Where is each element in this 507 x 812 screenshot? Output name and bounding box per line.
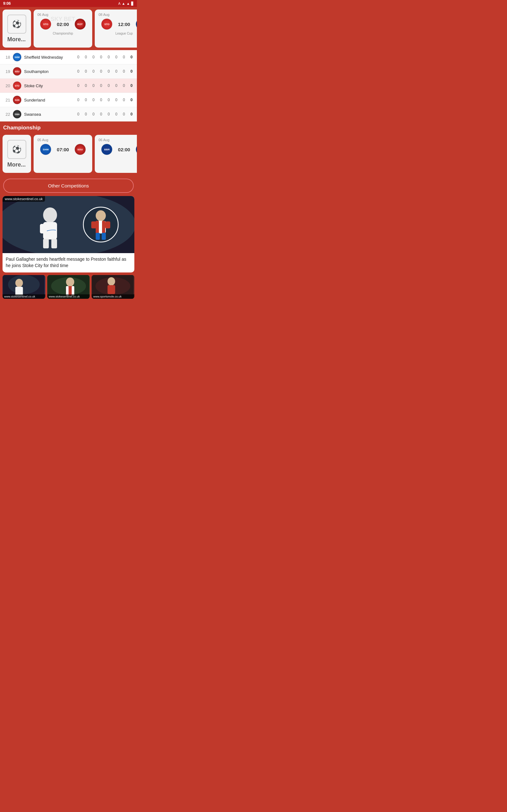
stoke-crest-2: STO [101, 18, 112, 30]
champ-match-time-2: 02:00 [118, 147, 130, 152]
southampton-crest: SOU [13, 67, 21, 76]
table-stats-21: 0 0 0 0 0 0 0 0 [76, 98, 134, 102]
team-name-19: Southampton [24, 69, 76, 74]
southampton-crest-match: SOU [74, 144, 86, 155]
sheffield-crest: SHW [13, 53, 21, 61]
table-stats-19: 0 0 0 0 0 0 0 0 [76, 69, 134, 73]
signal-icon: ▲ [126, 2, 130, 5]
match-teams-2: STO 12:00 WBA [99, 18, 137, 30]
championship-fixtures-scroll: ⚽ More... 05 Aug SHW 07:00 SOU 06 Aug BB… [0, 132, 137, 175]
news-title-main: Paul Gallagher sends heartfelt message t… [3, 253, 134, 272]
svg-rect-7 [51, 239, 57, 248]
table-pos-20: 20 [3, 84, 10, 88]
svg-rect-6 [43, 239, 49, 248]
team-name-22: Swansea [24, 112, 76, 117]
table-row[interactable]: 22 SWA Swansea 0 0 0 0 0 0 0 0 [0, 107, 137, 121]
wba-crest-match: WBA [135, 144, 137, 155]
team-name-20: Stoke City [24, 84, 76, 88]
swansea-crest: SWA [13, 110, 21, 119]
bottom-news-row: www.stokesentinel.co.uk www.stokesentine… [0, 275, 137, 302]
news-source-main: www.stokesentinel.co.uk [3, 196, 45, 202]
svg-point-2 [43, 207, 57, 223]
more-card[interactable]: ⚽ More... [3, 9, 31, 48]
news-source-1: www.stokesentinel.co.uk [3, 294, 45, 299]
champ-match-card-1[interactable]: 05 Aug SHW 07:00 SOU [34, 135, 92, 173]
stoke-crest-table: STO [13, 81, 21, 90]
news-thumb-2[interactable]: www.stokesentinel.co.uk [47, 275, 90, 299]
svg-point-30 [108, 277, 115, 286]
blackburn-crest-match: BBR [101, 144, 112, 155]
news-thumb-1[interactable]: www.stokesentinel.co.uk [3, 275, 45, 299]
match-date-2: 08 Aug [99, 13, 137, 16]
table-pos-21: 21 [3, 98, 10, 102]
svg-point-24 [66, 277, 74, 287]
svg-rect-13 [102, 221, 105, 234]
sheffield-crest-match: SHW [40, 144, 51, 155]
champ-match-date-2: 06 Aug [99, 138, 137, 142]
team-name-21: Sunderland [24, 98, 76, 102]
other-competitions-button[interactable]: Other Competitions [3, 179, 134, 193]
more-label: More... [7, 36, 26, 43]
svg-rect-4 [40, 224, 46, 234]
team-name-18: Sheffield Wednesday [24, 55, 76, 60]
status-icons: A ▲ ▲ ▊ [118, 2, 134, 6]
svg-rect-17 [102, 233, 106, 240]
svg-rect-16 [96, 233, 100, 240]
table-row[interactable]: 18 SHW Sheffield Wednesday 0 0 0 0 0 0 0… [0, 50, 137, 64]
table-pos-19: 19 [3, 69, 10, 74]
news-image: www.stokesentinel.co.uk [3, 196, 134, 253]
match-card-1[interactable]: 06 Aug SKY BET STO 02:00 ROT Championshi… [34, 9, 92, 48]
news-card-main[interactable]: www.stokesentinel.co.uk [3, 196, 134, 272]
table-stats-20: 0 0 0 0 0 0 0 0 [76, 84, 134, 88]
sunderland-crest: SUN [13, 96, 21, 104]
status-bar: 9:06 A ▲ ▲ ▊ [0, 0, 137, 7]
stoke-fixtures-scroll: ⚽ More... 06 Aug SKY BET STO 02:00 ROT C… [0, 7, 137, 50]
champ-match-card-2[interactable]: 06 Aug BBR 02:00 WBA [95, 135, 137, 173]
championship-more-card[interactable]: ⚽ More... [3, 135, 31, 173]
wba-crest: WBA [135, 18, 137, 30]
championship-more-label: More... [7, 161, 26, 168]
svg-rect-31 [108, 285, 115, 294]
wifi-icon: ▲ [122, 2, 125, 5]
champ-match-teams-1: SHW 07:00 SOU [38, 144, 89, 155]
table-stats-22: 0 0 0 0 0 0 0 0 [76, 112, 134, 116]
table-row[interactable]: 19 SOU Southampton 0 0 0 0 0 0 0 0 [0, 64, 137, 79]
table-pos-18: 18 [3, 55, 10, 60]
svg-point-10 [96, 210, 106, 221]
table-pos-22: 22 [3, 112, 10, 117]
svg-point-20 [15, 279, 23, 287]
league-table: 18 SHW Sheffield Wednesday 0 0 0 0 0 0 0… [0, 50, 137, 121]
champ-match-time-1: 07:00 [57, 147, 69, 152]
svg-point-19 [8, 275, 40, 294]
svg-rect-5 [50, 224, 56, 234]
status-time: 9:06 [3, 1, 11, 6]
match-card-2[interactable]: 08 Aug STO 12:00 WBA League Cup [95, 9, 137, 48]
table-row[interactable]: 21 SUN Sunderland 0 0 0 0 0 0 0 0 [0, 93, 137, 107]
table-row-stoke[interactable]: 20 STO Stoke City 0 0 0 0 0 0 0 0 [0, 79, 137, 93]
news-source-3: www.sportsmole.co.uk [92, 294, 134, 299]
table-stats-18: 0 0 0 0 0 0 0 0 [76, 55, 134, 59]
news-image-bg [3, 196, 134, 253]
svg-rect-14 [91, 221, 96, 229]
news-source-2: www.stokesentinel.co.uk [47, 294, 90, 299]
champ-match-teams-2: BBR 02:00 WBA [99, 144, 137, 155]
champ-match-date-1: 05 Aug [38, 138, 89, 142]
championship-section-header: Championship [0, 121, 137, 132]
battery-icon: ▊ [131, 2, 134, 6]
news-thumb-3[interactable]: www.sportsmole.co.uk [92, 275, 134, 299]
svg-rect-15 [105, 221, 110, 229]
match-competition-2: League Cup [99, 32, 137, 35]
match-competition-1: Championship [38, 32, 89, 35]
android-icon: A [118, 2, 120, 5]
match-time-2: 12:00 [118, 21, 130, 27]
